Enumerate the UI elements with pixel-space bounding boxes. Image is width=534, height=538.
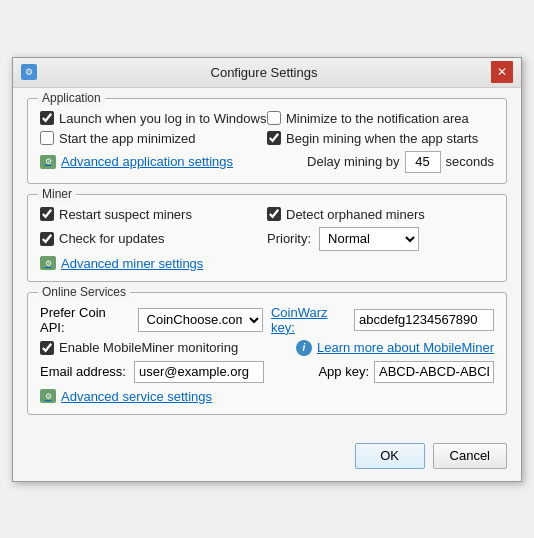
app-col-left-2: Start the app minimized [40,131,267,146]
prefer-coin-select[interactable]: CoinChoose.com CoinWarz.com [138,308,263,332]
miner-row-2: Check for updates Priority: Normal Low H… [40,227,494,251]
app-row-1: Launch when you log in to Windows Minimi… [40,111,494,126]
cancel-button[interactable]: Cancel [433,443,507,469]
priority-select[interactable]: Normal Low High Realtime [319,227,419,251]
coinwarz-key-link[interactable]: CoinWarz key: [271,305,346,335]
advanced-app-settings-link[interactable]: ⚙ Advanced application settings [40,154,267,169]
advanced-miner-icon: ⚙ [40,256,56,270]
advanced-app-icon: ⚙ [40,155,56,169]
start-minimized-checkbox[interactable] [40,131,54,145]
detect-orphaned-label[interactable]: Detect orphaned miners [267,207,494,222]
miner-col-right-1: Detect orphaned miners [267,207,494,222]
online-section-title: Online Services [38,285,130,299]
mobile-miner-row: Enable MobileMiner monitoring i Learn mo… [40,340,494,356]
app-key-label: App key: [318,364,369,379]
app-col-left-1: Launch when you log in to Windows [40,111,267,126]
coinwarz-key-label: CoinWarz key: [271,305,346,335]
begin-mining-text: Begin mining when the app starts [286,131,478,146]
begin-mining-label[interactable]: Begin mining when the app starts [267,131,494,146]
advanced-service-link[interactable]: ⚙ Advanced service settings [40,389,212,404]
start-minimized-label[interactable]: Start the app minimized [40,131,267,146]
priority-label: Priority: [267,231,311,246]
miner-row-3: ⚙ Advanced miner settings [40,256,494,271]
miner-col-left-3: ⚙ Advanced miner settings [40,256,267,271]
minimize-notification-checkbox[interactable] [267,111,281,125]
check-updates-text: Check for updates [59,231,165,246]
restart-suspect-text: Restart suspect miners [59,207,192,222]
priority-row: Priority: Normal Low High Realtime [267,227,494,251]
content-area: Application Launch when you log in to Wi… [13,88,521,435]
app-col-right-3: Delay mining by seconds [267,151,494,173]
delay-suffix: seconds [446,154,494,169]
detect-orphaned-checkbox[interactable] [267,207,281,221]
coin-api-row: Prefer Coin API: CoinChoose.com CoinWarz… [40,305,494,335]
minimize-notification-text: Minimize to the notification area [286,111,469,126]
delay-input[interactable] [405,151,441,173]
app-col-right-1: Minimize to the notification area [267,111,494,126]
enable-mobile-checkbox[interactable] [40,341,54,355]
app-col-left-3: ⚙ Advanced application settings [40,154,267,169]
email-input[interactable] [134,361,264,383]
delay-row: Delay mining by seconds [267,151,494,173]
advanced-miner-settings-text: Advanced miner settings [61,256,203,271]
launch-windows-label[interactable]: Launch when you log in to Windows [40,111,267,126]
app-row-3: ⚙ Advanced application settings Delay mi… [40,151,494,173]
email-appkey-row: Email address: App key: [40,361,494,383]
minimize-notification-label[interactable]: Minimize to the notification area [267,111,494,126]
miner-section: Miner Restart suspect miners Detect orph… [27,194,507,282]
miner-col-left-1: Restart suspect miners [40,207,267,222]
detect-orphaned-text: Detect orphaned miners [286,207,425,222]
delay-label: Delay mining by [307,154,400,169]
coinwarz-row: CoinWarz key: [271,305,494,335]
dialog: ⚙ Configure Settings ✕ Application Launc… [12,57,522,482]
advanced-service-text: Advanced service settings [61,389,212,404]
advanced-miner-settings-link[interactable]: ⚙ Advanced miner settings [40,256,267,271]
miner-row-1: Restart suspect miners Detect orphaned m… [40,207,494,222]
info-icon: i [296,340,312,356]
launch-windows-checkbox[interactable] [40,111,54,125]
app-col-right-2: Begin mining when the app starts [267,131,494,146]
miner-col-right-2: Priority: Normal Low High Realtime [267,227,494,251]
miner-section-inner: Restart suspect miners Detect orphaned m… [40,207,494,271]
advanced-app-settings-text: Advanced application settings [61,154,233,169]
learn-more-link[interactable]: Learn more about MobileMiner [317,340,494,355]
bottom-bar: OK Cancel [13,435,521,481]
miner-section-title: Miner [38,187,76,201]
titlebar: ⚙ Configure Settings ✕ [13,58,521,88]
enable-mobile-label[interactable]: Enable MobileMiner monitoring [40,340,238,355]
enable-mobile-text: Enable MobileMiner monitoring [59,340,238,355]
dialog-title: Configure Settings [37,65,491,80]
prefer-coin-label: Prefer Coin API: [40,305,130,335]
application-section-title: Application [38,91,105,105]
miner-col-left-2: Check for updates [40,231,267,246]
start-minimized-text: Start the app minimized [59,131,196,146]
advanced-service-row: ⚙ Advanced service settings [40,389,494,404]
close-button[interactable]: ✕ [491,61,513,83]
app-row-2: Start the app minimized Begin mining whe… [40,131,494,146]
learn-more-text: Learn more about MobileMiner [317,340,494,355]
advanced-service-icon: ⚙ [40,389,56,403]
restart-suspect-label[interactable]: Restart suspect miners [40,207,267,222]
begin-mining-checkbox[interactable] [267,131,281,145]
launch-windows-text: Launch when you log in to Windows [59,111,266,126]
ok-button[interactable]: OK [355,443,425,469]
application-section-inner: Launch when you log in to Windows Minimi… [40,111,494,173]
app-key-input[interactable] [374,361,494,383]
online-section: Online Services Prefer Coin API: CoinCho… [27,292,507,415]
restart-suspect-checkbox[interactable] [40,207,54,221]
email-label: Email address: [40,364,126,379]
check-updates-checkbox[interactable] [40,232,54,246]
check-updates-label[interactable]: Check for updates [40,231,267,246]
app-icon: ⚙ [21,64,37,80]
online-section-inner: Prefer Coin API: CoinChoose.com CoinWarz… [40,305,494,404]
coinwarz-key-input[interactable] [354,309,494,331]
application-section: Application Launch when you log in to Wi… [27,98,507,184]
